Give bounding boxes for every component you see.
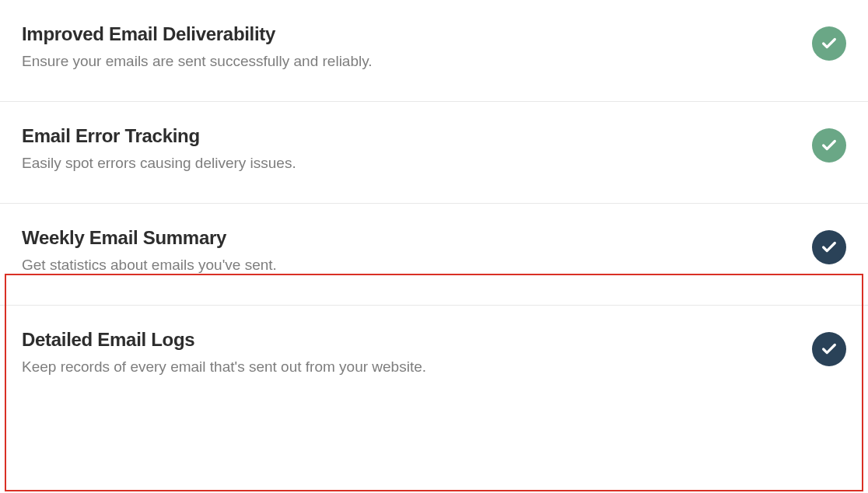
check-badge	[812, 230, 846, 264]
feature-title: Weekly Email Summary	[22, 227, 812, 249]
checkmark-icon	[821, 239, 838, 256]
feature-row-error-tracking: Email Error Tracking Easily spot errors …	[0, 102, 868, 204]
check-badge	[812, 128, 846, 163]
feature-description: Get statistics about emails you've sent.	[22, 257, 812, 274]
checkmark-icon	[821, 35, 838, 52]
feature-text: Weekly Email Summary Get statistics abou…	[22, 227, 812, 274]
feature-row-detailed-logs: Detailed Email Logs Keep records of ever…	[0, 306, 868, 407]
feature-text: Email Error Tracking Easily spot errors …	[22, 125, 812, 172]
checkmark-icon	[821, 341, 838, 358]
feature-description: Ensure your emails are sent successfully…	[22, 53, 812, 70]
feature-text: Improved Email Deliverability Ensure you…	[22, 23, 812, 70]
feature-title: Detailed Email Logs	[22, 329, 812, 351]
feature-list: Improved Email Deliverability Ensure you…	[0, 0, 868, 407]
check-badge	[812, 26, 846, 61]
feature-description: Keep records of every email that's sent …	[22, 358, 812, 376]
feature-row-deliverability: Improved Email Deliverability Ensure you…	[0, 0, 868, 102]
feature-title: Email Error Tracking	[22, 125, 812, 147]
feature-text: Detailed Email Logs Keep records of ever…	[22, 329, 812, 376]
feature-row-weekly-summary: Weekly Email Summary Get statistics abou…	[0, 204, 868, 306]
feature-title: Improved Email Deliverability	[22, 23, 812, 45]
feature-description: Easily spot errors causing delivery issu…	[22, 155, 812, 172]
checkmark-icon	[821, 137, 838, 154]
check-badge	[812, 332, 846, 366]
